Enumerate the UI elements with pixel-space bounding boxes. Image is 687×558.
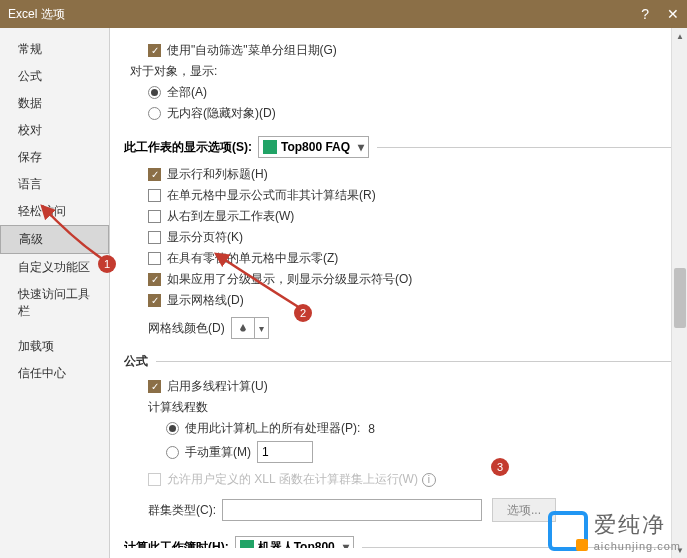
row-objects-all: 全部(A) [124, 84, 687, 101]
watermark-text-en: aichunjing.com [594, 540, 681, 552]
workbook-icon [240, 540, 254, 548]
label-right-to-left: 从右到左显示工作表(W) [167, 208, 294, 225]
row-autofilter-group-dates: ✓ 使用"自动筛选"菜单分组日期(G) [124, 42, 687, 59]
title-bar: Excel 选项 ? ✕ [0, 0, 687, 28]
scrollbar-thumb[interactable] [674, 268, 686, 328]
combo-worksheet[interactable]: Top800 FAQ [258, 136, 369, 158]
sidebar-item-quick-access[interactable]: 快速访问工具栏 [0, 281, 109, 325]
radio-objects-all[interactable] [148, 86, 161, 99]
info-icon[interactable]: i [422, 473, 436, 487]
close-button[interactable]: ✕ [667, 6, 679, 22]
label-outline-symbols: 如果应用了分级显示，则显示分级显示符号(O) [167, 271, 412, 288]
row-grid-color: 网格线颜色(D) ▾ [124, 317, 687, 339]
label-zero-values: 在具有零值的单元格中显示零(Z) [167, 250, 338, 267]
row-zero-values: 在具有零值的单元格中显示零(Z) [124, 250, 687, 267]
label-formulas-in-cells: 在单元格中显示公式而非其计算结果(R) [167, 187, 376, 204]
row-manual: 手动重算(M) 1 [124, 441, 687, 463]
row-objects-none: 无内容(隐藏对象)(D) [124, 105, 687, 122]
checkbox-outline-symbols[interactable]: ✓ [148, 273, 161, 286]
sidebar-item-ease[interactable]: 轻松访问 [0, 198, 109, 225]
label-multithread: 启用多线程计算(U) [167, 378, 268, 395]
category-sidebar: 常规 公式 数据 校对 保存 语言 轻松访问 高级 自定义功能区 快速访问工具栏… [0, 28, 110, 558]
radio-manual[interactable] [166, 446, 179, 459]
sidebar-item-language[interactable]: 语言 [0, 171, 109, 198]
label-threads: 计算线程数 [148, 399, 208, 416]
sidebar-item-data[interactable]: 数据 [0, 90, 109, 117]
checkbox-row-col-headers[interactable]: ✓ [148, 168, 161, 181]
row-formulas-in-cells: 在单元格中显示公式而非其计算结果(R) [124, 187, 687, 204]
options-content: ✓ 使用"自动筛选"菜单分组日期(G) 对于对象，显示: 全部(A) 无内容(隐… [110, 28, 687, 558]
row-right-to-left: 从右到左显示工作表(W) [124, 208, 687, 225]
checkbox-gridlines[interactable]: ✓ [148, 294, 161, 307]
section-formulas-title: 公式 [124, 353, 148, 370]
window-title: Excel 选项 [8, 6, 65, 23]
title-controls: ? ✕ [641, 6, 679, 22]
label-cluster-type: 群集类型(C): [148, 502, 216, 519]
watermark-logo [548, 511, 588, 551]
checkbox-zero-values[interactable] [148, 252, 161, 265]
row-outline-symbols: ✓ 如果应用了分级显示，则显示分级显示符号(O) [124, 271, 687, 288]
label-objects-none: 无内容(隐藏对象)(D) [167, 105, 276, 122]
label-objects-title: 对于对象，显示: [130, 63, 217, 80]
dialog-body: 常规 公式 数据 校对 保存 语言 轻松访问 高级 自定义功能区 快速访问工具栏… [0, 28, 687, 558]
sidebar-item-customize-ribbon[interactable]: 自定义功能区 [0, 254, 109, 281]
watermark: 爱纯净 aichunjing.com [548, 510, 681, 552]
combo-workbook[interactable]: 机器人Top800 [235, 536, 354, 548]
section-workbook-title: 计算此工作簿时(H): [124, 539, 229, 549]
label-use-all: 使用此计算机上的所有处理器(P): [185, 420, 360, 437]
checkbox-multithread[interactable]: ✓ [148, 380, 161, 393]
combo-worksheet-value: Top800 FAQ [281, 140, 350, 154]
label-udf-cluster: 允许用户定义的 XLL 函数在计算群集上运行(W) [167, 471, 418, 488]
row-row-col-headers: ✓ 显示行和列标题(H) [124, 166, 687, 183]
label-row-col-headers: 显示行和列标题(H) [167, 166, 268, 183]
section-worksheet-display: 此工作表的显示选项(S): Top800 FAQ [124, 136, 687, 158]
sidebar-item-advanced[interactable]: 高级 [0, 225, 109, 254]
checkbox-right-to-left[interactable] [148, 210, 161, 223]
sidebar-item-addins[interactable]: 加载项 [0, 333, 109, 360]
label-manual: 手动重算(M) [185, 444, 251, 461]
row-threads-label: 计算线程数 [124, 399, 687, 416]
label-autofilter-group-dates: 使用"自动筛选"菜单分组日期(G) [167, 42, 337, 59]
cluster-options-button[interactable]: 选项... [492, 498, 556, 522]
radio-use-all[interactable] [166, 422, 179, 435]
row-use-all: 使用此计算机上的所有处理器(P): 8 [124, 420, 687, 437]
sidebar-item-general[interactable]: 常规 [0, 36, 109, 63]
label-grid-color: 网格线颜色(D) [148, 320, 225, 337]
manual-threads-spin[interactable]: 1 [257, 441, 313, 463]
row-objects-title: 对于对象，显示: [124, 63, 687, 80]
label-use-all-value: 8 [368, 422, 375, 436]
sidebar-item-save[interactable]: 保存 [0, 144, 109, 171]
row-udf-cluster: 允许用户定义的 XLL 函数在计算群集上运行(W) i [124, 471, 687, 488]
cluster-type-combo[interactable] [222, 499, 482, 521]
row-gridlines: ✓ 显示网格线(D) [124, 292, 687, 309]
watermark-text-cn: 爱纯净 [594, 510, 681, 540]
vertical-scrollbar[interactable]: ▲ ▼ [671, 28, 687, 558]
paint-icon [232, 318, 254, 338]
help-button[interactable]: ? [641, 6, 649, 22]
checkbox-autofilter-group-dates[interactable]: ✓ [148, 44, 161, 57]
section-formulas: 公式 [124, 353, 687, 370]
sidebar-item-trust[interactable]: 信任中心 [0, 360, 109, 387]
checkbox-page-breaks[interactable] [148, 231, 161, 244]
radio-objects-none[interactable] [148, 107, 161, 120]
combo-workbook-value: 机器人Top800 [258, 539, 335, 549]
label-page-breaks: 显示分页符(K) [167, 229, 243, 246]
sidebar-item-formulas[interactable]: 公式 [0, 63, 109, 90]
sheet-icon [263, 140, 277, 154]
label-objects-all: 全部(A) [167, 84, 207, 101]
chevron-down-icon: ▾ [254, 318, 268, 338]
row-multithread: ✓ 启用多线程计算(U) [124, 378, 687, 395]
scrollbar-up-arrow[interactable]: ▲ [672, 28, 687, 44]
section-worksheet-title: 此工作表的显示选项(S): [124, 139, 252, 156]
scroll-area: ✓ 使用"自动筛选"菜单分组日期(G) 对于对象，显示: 全部(A) 无内容(隐… [124, 38, 687, 548]
checkbox-udf-cluster [148, 473, 161, 486]
checkbox-formulas-in-cells[interactable] [148, 189, 161, 202]
row-page-breaks: 显示分页符(K) [124, 229, 687, 246]
label-gridlines: 显示网格线(D) [167, 292, 244, 309]
sidebar-item-proofing[interactable]: 校对 [0, 117, 109, 144]
grid-color-picker[interactable]: ▾ [231, 317, 269, 339]
